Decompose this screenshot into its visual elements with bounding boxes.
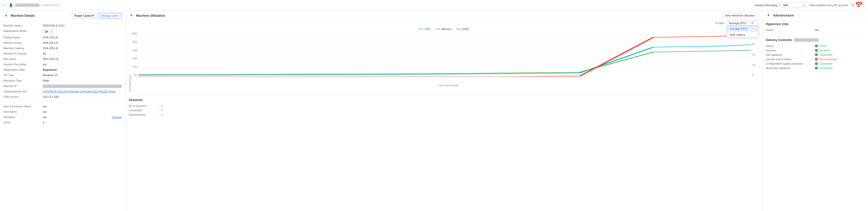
maintenance-mode-label: Maintenance Mode	[3, 29, 43, 32]
session-recording-info-icon[interactable]: ℹ	[779, 3, 780, 7]
power-control-button[interactable]: Power Control ▾	[72, 13, 97, 19]
detail-row-vda-version: VDA Version 2311.0.1.528	[3, 94, 122, 100]
cpu-legend-label: CPU	[425, 28, 430, 30]
os-type-label: OS Type	[3, 74, 43, 77]
controller-name-blurred	[794, 38, 818, 42]
allocation-type-value: Static	[43, 79, 122, 82]
maintenance-mode-select[interactable]: Off On	[43, 29, 53, 34]
machine-name-value: JIGS\VDA-A-2311	[43, 24, 122, 27]
machine-details-collapse-btn[interactable]: ▼	[3, 13, 9, 18]
top-bar: ← 👤 UNMANAGED Session Recording ℹ N/A Da…	[0, 0, 868, 10]
y-left-60: 60%	[133, 49, 137, 52]
vda-version-value: 2311.0.1.528	[43, 95, 122, 98]
hypervisor-status-value: n/a	[815, 29, 818, 31]
y-left-40: 40%	[133, 57, 137, 60]
registration-state-value: Registered	[43, 68, 122, 71]
vcpu-value: 4	[43, 121, 122, 124]
bell-wrapper: 🔔 311	[856, 3, 860, 7]
panel-machine-utilization: ▼ Machine Utilization View Historical Ut…	[125, 10, 762, 211]
org-unit-value[interactable]: CN=VDA-A-2311,OU=Domain Computers,DC=jig…	[43, 90, 122, 93]
machine-details-title: Machine Details	[11, 14, 35, 18]
session-recording-select[interactable]: N/A	[781, 3, 806, 8]
machine-name-blurred	[15, 3, 39, 7]
no-of-sessions-value[interactable]: 1	[161, 104, 163, 107]
connected-sessions-colon: :	[158, 109, 161, 112]
alert-icons: ↻ 🔔 311 ⚠	[852, 3, 865, 7]
dc-monitoring-db-dot	[815, 66, 818, 69]
y-axis-left-title: (CPU/Memory)	[129, 79, 138, 91]
detail-row-os-type: OS Type Windows 10	[3, 73, 122, 78]
utilization-title: Machine Utilization	[136, 14, 165, 18]
detail-row-host-name: Host Name n/a	[3, 109, 122, 115]
back-button[interactable]: ←	[3, 3, 7, 7]
y2-option-disk-latency[interactable]: Disk Latency	[727, 32, 758, 37]
sessions-section: Sessions No of sessions : 1 Connected : …	[129, 95, 758, 119]
y2-axis-dropdown[interactable]: Average IOPS ▾	[727, 20, 758, 26]
detail-row-delivery-group: Delivery Group VDA-2311-A	[3, 40, 122, 46]
session-row-disconnected: Disconnected : 1	[129, 113, 758, 117]
delivery-group-value: VDA-2311-A	[43, 41, 122, 44]
y-left-0: 0%	[134, 74, 137, 77]
x-axis-label: Time (last minute)	[138, 84, 758, 87]
session-recording-field-label: Session Recording	[3, 63, 43, 66]
main-content: ▼ Machine Details Power Control ▾ Manage…	[0, 10, 868, 211]
view-historical-button[interactable]: View Historical Utilization	[721, 13, 758, 18]
dc-config-logging-row: Configuration logging database Connected	[766, 61, 865, 66]
notification-badge: 311	[856, 2, 862, 5]
y2-chevron-icon: ▾	[751, 21, 753, 25]
detail-row-session-recording: Session Recording n/a	[3, 62, 122, 67]
y2-selector-wrapper: Average IOPS ▾ Average IOPS Disk Latency	[727, 20, 758, 26]
dc-status-value: Online	[815, 44, 827, 48]
hypervisor-section-title: Hypervisor (n/a)	[766, 22, 865, 26]
dc-status-label: Status	[766, 44, 815, 48]
dc-license-label: License server status	[766, 58, 815, 61]
chart-svg-wrapper	[138, 32, 751, 77]
infrastructure-collapse-btn[interactable]: ▼	[766, 13, 771, 18]
dc-services-text: No alerts	[819, 49, 830, 52]
dc-services-dot	[815, 49, 818, 52]
y2-option-average-iops[interactable]: Average IOPS	[727, 26, 758, 32]
dc-monitoring-db-value: Connected	[815, 66, 832, 69]
utilization-body: Y2 axis: Average IOPS ▾ Average IOPS Dis…	[125, 20, 762, 211]
disconnected-sessions-value[interactable]: 1	[161, 113, 163, 116]
machine-details-actions: Power Control ▾ Manage Users	[72, 13, 122, 19]
dc-site-db-text: Connected	[819, 53, 832, 56]
maintenance-mode-select-wrapper: Off On	[43, 29, 53, 34]
hypervisor-status-row: Status n/a	[766, 28, 865, 32]
dc-services-row: services No alerts	[766, 48, 865, 53]
detail-row-maintenance-mode: Maintenance Mode Off On	[3, 29, 122, 35]
manage-users-button[interactable]: Manage Users	[98, 13, 122, 19]
iops-legend-label: IOPS	[462, 28, 469, 30]
detail-row-host-connection: Host Connection Name n/a	[3, 104, 122, 109]
dc-config-logging-label: Configuration logging database	[766, 62, 815, 65]
os-type-value: Windows 10	[43, 74, 122, 77]
dc-site-db-row: Site database Connected	[766, 53, 865, 57]
detail-row-remote-pc: Remote PC Access No	[3, 51, 122, 57]
dc-services-value: No alerts	[815, 49, 830, 52]
infrastructure-header-left: ▼ Infrastructure	[766, 13, 794, 18]
y2-axis-label: Y2 axis:	[715, 22, 725, 25]
dc-status-text: Online	[819, 44, 827, 48]
host-name-label: Host Name	[3, 110, 43, 113]
remote-pc-label: Remote PC Access	[3, 52, 43, 55]
disconnected-sessions-colon: :	[158, 113, 161, 116]
legend-cpu: CPU	[418, 28, 430, 30]
utilization-header: ▼ Machine Utilization View Historical Ut…	[125, 10, 762, 20]
utilization-collapse-btn[interactable]: ▼	[129, 13, 134, 18]
delivery-controller-section: Delivery Controller Status Online servic…	[766, 38, 865, 70]
vm-name-value: n/a	[43, 116, 110, 119]
detail-row-display-name: Display Name VDA-2311-A	[3, 35, 122, 40]
connected-sessions-value[interactable]: 0	[161, 109, 163, 112]
refresh-icon[interactable]: ↻	[852, 3, 855, 7]
hypervisor-section: Hypervisor (n/a) Status n/a	[766, 22, 865, 32]
dc-site-db-dot	[815, 53, 818, 56]
machine-ip-label: Machine IP	[3, 85, 43, 87]
memory-legend-line	[435, 29, 440, 29]
session-recording-label: Session Recording	[754, 4, 777, 7]
panel-machine-details: ▼ Machine Details Power Control ▾ Manage…	[0, 10, 125, 211]
machine-ip-value	[43, 85, 122, 88]
machine-name-label: Machine Name	[3, 24, 43, 27]
detail-row-vcpu: vCPU 4	[3, 120, 122, 125]
console-link[interactable]: Console	[112, 116, 122, 119]
infra-divider-1	[766, 36, 865, 36]
